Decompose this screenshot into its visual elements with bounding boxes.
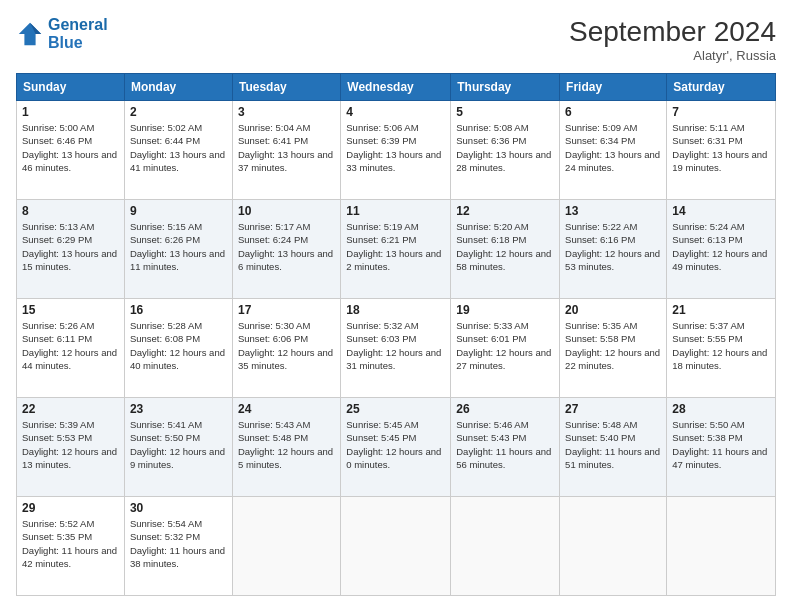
day-info: Sunrise: 5:48 AM Sunset: 5:40 PM Dayligh… xyxy=(565,418,661,471)
day-number: 11 xyxy=(346,204,445,218)
day-number: 16 xyxy=(130,303,227,317)
day-info: Sunrise: 5:54 AM Sunset: 5:32 PM Dayligh… xyxy=(130,517,227,570)
calendar-cell: 6 Sunrise: 5:09 AM Sunset: 6:34 PM Dayli… xyxy=(560,101,667,200)
month-title: September 2024 xyxy=(569,16,776,48)
week-row-5: 29 Sunrise: 5:52 AM Sunset: 5:35 PM Dayl… xyxy=(17,497,776,596)
day-info: Sunrise: 5:02 AM Sunset: 6:44 PM Dayligh… xyxy=(130,121,227,174)
day-info: Sunrise: 5:11 AM Sunset: 6:31 PM Dayligh… xyxy=(672,121,770,174)
day-info: Sunrise: 5:46 AM Sunset: 5:43 PM Dayligh… xyxy=(456,418,554,471)
calendar-header: SundayMondayTuesdayWednesdayThursdayFrid… xyxy=(17,74,776,101)
day-info: Sunrise: 5:52 AM Sunset: 5:35 PM Dayligh… xyxy=(22,517,119,570)
day-number: 26 xyxy=(456,402,554,416)
day-number: 21 xyxy=(672,303,770,317)
calendar-cell: 27 Sunrise: 5:48 AM Sunset: 5:40 PM Dayl… xyxy=(560,398,667,497)
day-info: Sunrise: 5:04 AM Sunset: 6:41 PM Dayligh… xyxy=(238,121,335,174)
calendar-cell xyxy=(667,497,776,596)
logo: General Blue xyxy=(16,16,108,51)
calendar-cell: 1 Sunrise: 5:00 AM Sunset: 6:46 PM Dayli… xyxy=(17,101,125,200)
day-info: Sunrise: 5:45 AM Sunset: 5:45 PM Dayligh… xyxy=(346,418,445,471)
day-number: 7 xyxy=(672,105,770,119)
day-number: 10 xyxy=(238,204,335,218)
calendar-cell: 29 Sunrise: 5:52 AM Sunset: 5:35 PM Dayl… xyxy=(17,497,125,596)
weekday-row: SundayMondayTuesdayWednesdayThursdayFrid… xyxy=(17,74,776,101)
day-info: Sunrise: 5:15 AM Sunset: 6:26 PM Dayligh… xyxy=(130,220,227,273)
day-number: 12 xyxy=(456,204,554,218)
calendar-cell: 28 Sunrise: 5:50 AM Sunset: 5:38 PM Dayl… xyxy=(667,398,776,497)
calendar-cell: 18 Sunrise: 5:32 AM Sunset: 6:03 PM Dayl… xyxy=(341,299,451,398)
week-row-4: 22 Sunrise: 5:39 AM Sunset: 5:53 PM Dayl… xyxy=(17,398,776,497)
day-number: 5 xyxy=(456,105,554,119)
day-info: Sunrise: 5:43 AM Sunset: 5:48 PM Dayligh… xyxy=(238,418,335,471)
day-info: Sunrise: 5:41 AM Sunset: 5:50 PM Dayligh… xyxy=(130,418,227,471)
title-area: September 2024 Alatyr', Russia xyxy=(569,16,776,63)
day-number: 30 xyxy=(130,501,227,515)
weekday-header-wednesday: Wednesday xyxy=(341,74,451,101)
logo-blue: Blue xyxy=(48,34,83,51)
calendar-body: 1 Sunrise: 5:00 AM Sunset: 6:46 PM Dayli… xyxy=(17,101,776,596)
day-info: Sunrise: 5:37 AM Sunset: 5:55 PM Dayligh… xyxy=(672,319,770,372)
day-info: Sunrise: 5:20 AM Sunset: 6:18 PM Dayligh… xyxy=(456,220,554,273)
day-number: 8 xyxy=(22,204,119,218)
day-number: 3 xyxy=(238,105,335,119)
week-row-3: 15 Sunrise: 5:26 AM Sunset: 6:11 PM Dayl… xyxy=(17,299,776,398)
weekday-header-monday: Monday xyxy=(124,74,232,101)
calendar-cell xyxy=(232,497,340,596)
day-number: 20 xyxy=(565,303,661,317)
day-info: Sunrise: 5:00 AM Sunset: 6:46 PM Dayligh… xyxy=(22,121,119,174)
calendar-cell: 4 Sunrise: 5:06 AM Sunset: 6:39 PM Dayli… xyxy=(341,101,451,200)
location-subtitle: Alatyr', Russia xyxy=(569,48,776,63)
calendar-cell xyxy=(341,497,451,596)
day-number: 9 xyxy=(130,204,227,218)
calendar-cell: 24 Sunrise: 5:43 AM Sunset: 5:48 PM Dayl… xyxy=(232,398,340,497)
calendar-cell xyxy=(560,497,667,596)
calendar-cell: 25 Sunrise: 5:45 AM Sunset: 5:45 PM Dayl… xyxy=(341,398,451,497)
calendar-cell: 9 Sunrise: 5:15 AM Sunset: 6:26 PM Dayli… xyxy=(124,200,232,299)
calendar-cell: 19 Sunrise: 5:33 AM Sunset: 6:01 PM Dayl… xyxy=(451,299,560,398)
calendar-cell: 2 Sunrise: 5:02 AM Sunset: 6:44 PM Dayli… xyxy=(124,101,232,200)
day-info: Sunrise: 5:13 AM Sunset: 6:29 PM Dayligh… xyxy=(22,220,119,273)
calendar-table: SundayMondayTuesdayWednesdayThursdayFrid… xyxy=(16,73,776,596)
calendar-cell: 5 Sunrise: 5:08 AM Sunset: 6:36 PM Dayli… xyxy=(451,101,560,200)
calendar-cell: 13 Sunrise: 5:22 AM Sunset: 6:16 PM Dayl… xyxy=(560,200,667,299)
day-info: Sunrise: 5:26 AM Sunset: 6:11 PM Dayligh… xyxy=(22,319,119,372)
calendar-cell: 15 Sunrise: 5:26 AM Sunset: 6:11 PM Dayl… xyxy=(17,299,125,398)
logo-general: General xyxy=(48,16,108,33)
day-number: 4 xyxy=(346,105,445,119)
week-row-2: 8 Sunrise: 5:13 AM Sunset: 6:29 PM Dayli… xyxy=(17,200,776,299)
calendar-cell: 11 Sunrise: 5:19 AM Sunset: 6:21 PM Dayl… xyxy=(341,200,451,299)
day-number: 28 xyxy=(672,402,770,416)
day-info: Sunrise: 5:32 AM Sunset: 6:03 PM Dayligh… xyxy=(346,319,445,372)
calendar-cell: 14 Sunrise: 5:24 AM Sunset: 6:13 PM Dayl… xyxy=(667,200,776,299)
day-number: 17 xyxy=(238,303,335,317)
calendar-cell: 17 Sunrise: 5:30 AM Sunset: 6:06 PM Dayl… xyxy=(232,299,340,398)
day-info: Sunrise: 5:28 AM Sunset: 6:08 PM Dayligh… xyxy=(130,319,227,372)
header: General Blue September 2024 Alatyr', Rus… xyxy=(16,16,776,63)
calendar-cell: 30 Sunrise: 5:54 AM Sunset: 5:32 PM Dayl… xyxy=(124,497,232,596)
day-number: 14 xyxy=(672,204,770,218)
weekday-header-saturday: Saturday xyxy=(667,74,776,101)
calendar-cell: 26 Sunrise: 5:46 AM Sunset: 5:43 PM Dayl… xyxy=(451,398,560,497)
day-number: 25 xyxy=(346,402,445,416)
day-number: 19 xyxy=(456,303,554,317)
weekday-header-thursday: Thursday xyxy=(451,74,560,101)
calendar-cell: 23 Sunrise: 5:41 AM Sunset: 5:50 PM Dayl… xyxy=(124,398,232,497)
day-number: 29 xyxy=(22,501,119,515)
day-number: 15 xyxy=(22,303,119,317)
day-info: Sunrise: 5:22 AM Sunset: 6:16 PM Dayligh… xyxy=(565,220,661,273)
day-info: Sunrise: 5:08 AM Sunset: 6:36 PM Dayligh… xyxy=(456,121,554,174)
day-number: 27 xyxy=(565,402,661,416)
page: General Blue September 2024 Alatyr', Rus… xyxy=(0,0,792,612)
calendar-cell: 21 Sunrise: 5:37 AM Sunset: 5:55 PM Dayl… xyxy=(667,299,776,398)
calendar-cell: 22 Sunrise: 5:39 AM Sunset: 5:53 PM Dayl… xyxy=(17,398,125,497)
day-info: Sunrise: 5:33 AM Sunset: 6:01 PM Dayligh… xyxy=(456,319,554,372)
calendar-cell xyxy=(451,497,560,596)
day-number: 18 xyxy=(346,303,445,317)
calendar-cell: 8 Sunrise: 5:13 AM Sunset: 6:29 PM Dayli… xyxy=(17,200,125,299)
day-info: Sunrise: 5:30 AM Sunset: 6:06 PM Dayligh… xyxy=(238,319,335,372)
day-info: Sunrise: 5:35 AM Sunset: 5:58 PM Dayligh… xyxy=(565,319,661,372)
weekday-header-tuesday: Tuesday xyxy=(232,74,340,101)
day-number: 24 xyxy=(238,402,335,416)
weekday-header-sunday: Sunday xyxy=(17,74,125,101)
calendar-cell: 16 Sunrise: 5:28 AM Sunset: 6:08 PM Dayl… xyxy=(124,299,232,398)
calendar-cell: 7 Sunrise: 5:11 AM Sunset: 6:31 PM Dayli… xyxy=(667,101,776,200)
